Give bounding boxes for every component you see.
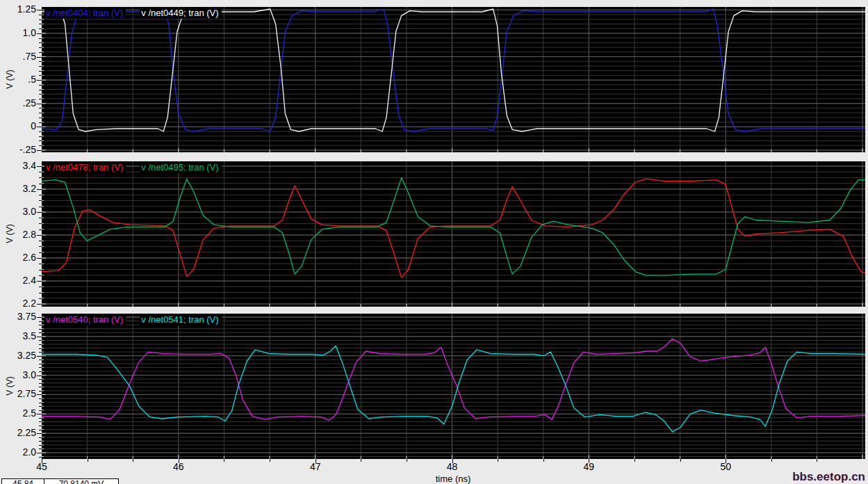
y-minor-tick-mark: [39, 246, 42, 247]
y-tick-label: 3.25: [0, 350, 36, 361]
y-tick-label: 0: [0, 121, 36, 131]
y-minor-tick-mark: [39, 344, 42, 345]
y-tick-label: .25: [0, 98, 36, 108]
waveform-canvas-2[interactable]: [42, 314, 865, 459]
y-minor-tick-mark: [39, 426, 42, 426]
y-minor-tick-mark: [39, 140, 42, 141]
y-tick-mark: [37, 317, 42, 318]
x-tick-label: 49: [573, 462, 604, 472]
y-tick-mark: [37, 376, 42, 376]
legend-gap: [126, 15, 140, 16]
y-minor-tick-mark: [39, 298, 42, 299]
y-minor-tick-mark: [39, 403, 42, 403]
y-tick-mark: [37, 57, 42, 58]
y-minor-tick-mark: [39, 445, 42, 446]
x-minor-tick-mark: [88, 459, 88, 462]
y-minor-tick-mark: [39, 99, 42, 99]
y-tick-label: 3.4: [0, 161, 36, 171]
x-tick-label: 47: [300, 462, 331, 472]
y-minor-tick-mark: [39, 418, 42, 419]
y-minor-tick-mark: [39, 391, 42, 392]
waveform-panel-middle[interactable]: v /net0478; tran (V)v /net0495; tran (V): [42, 161, 865, 307]
y-minor-tick-mark: [39, 61, 42, 62]
y-minor-tick-mark: [39, 229, 42, 230]
trace-net0478[interactable]: [42, 179, 865, 277]
y-minor-tick-mark: [39, 340, 42, 341]
legend-net0495[interactable]: v /net0495; tran (V): [140, 162, 221, 173]
y-tick-label: 3.2: [0, 184, 36, 194]
legend-gap: [126, 322, 140, 323]
y-minor-tick-mark: [39, 379, 42, 380]
y-minor-tick-mark: [39, 38, 42, 39]
y-tick-label: 2.25: [0, 428, 36, 438]
y-minor-tick-mark: [39, 113, 42, 113]
y-tick-mark: [37, 281, 42, 282]
trace-net0495[interactable]: [42, 177, 865, 275]
y-minor-tick-mark: [39, 457, 42, 458]
y-minor-tick-mark: [39, 275, 42, 276]
y-minor-tick-mark: [39, 118, 42, 118]
y-minor-tick-mark: [39, 449, 42, 449]
x-axis-title: time (ns): [418, 474, 488, 484]
y-minor-tick-mark: [39, 42, 42, 43]
waveform-canvas-0[interactable]: [42, 7, 865, 152]
y-tick-label: -.25: [0, 145, 36, 155]
x-tick-label: 50: [710, 462, 741, 472]
y-minor-tick-mark: [39, 321, 42, 322]
y-tick-mark: [37, 235, 42, 236]
y-minor-tick-mark: [39, 241, 42, 241]
y-minor-tick-mark: [39, 367, 42, 368]
y-minor-tick-mark: [39, 136, 42, 137]
waveform-panel-bottom[interactable]: v /net0540; tran (V)v /net0541; tran (V): [42, 314, 865, 459]
y-minor-tick-mark: [39, 15, 42, 15]
legend-net0449[interactable]: v /net0449; tran (V): [140, 8, 221, 19]
x-tick-label: 48: [437, 462, 468, 472]
y-minor-tick-mark: [39, 131, 42, 132]
legend-net0541[interactable]: v /net0541; tran (V): [140, 314, 221, 325]
x-minor-tick-mark: [817, 459, 817, 462]
y-tick-mark: [37, 189, 42, 190]
y-minor-tick-mark: [39, 364, 42, 364]
y-tick-mark: [37, 104, 42, 104]
y-minor-tick-mark: [39, 410, 42, 411]
x-minor-tick-mark: [634, 459, 635, 462]
y-minor-tick-mark: [39, 287, 42, 287]
legend-panel-top: v /net0404; tran (V)v /net0449; tran (V): [44, 8, 222, 18]
trace-net0540[interactable]: [42, 339, 865, 420]
y-minor-tick-mark: [39, 145, 42, 146]
y-minor-tick-mark: [39, 348, 42, 349]
y-minor-tick-mark: [39, 325, 42, 325]
y-minor-tick-mark: [39, 252, 42, 253]
y-minor-tick-mark: [39, 270, 42, 271]
x-minor-tick-mark: [407, 459, 407, 462]
legend-gap: [126, 170, 140, 170]
legend-panel-bottom: v /net0540; tran (V)v /net0541; tran (V): [44, 314, 222, 325]
legend-net0478[interactable]: v /net0478; tran (V): [44, 162, 126, 173]
x-minor-tick-mark: [680, 459, 681, 462]
y-minor-tick-mark: [39, 223, 42, 224]
y-minor-tick-mark: [39, 421, 42, 422]
y-tick-label: 3.0: [0, 370, 36, 380]
y-minor-tick-mark: [39, 52, 42, 53]
y-tick-mark: [37, 10, 42, 10]
x-tick-label: 46: [163, 462, 194, 472]
y-tick-label: 2.5: [0, 408, 36, 419]
y-minor-tick-mark: [39, 387, 42, 387]
y-tick-mark: [37, 258, 42, 259]
legend-net0404[interactable]: v /net0404; tran (V): [44, 8, 126, 19]
trace-net0541[interactable]: [42, 346, 865, 432]
y-tick-mark: [37, 433, 42, 434]
legend-net0540[interactable]: v /net0540; tran (V): [44, 314, 126, 325]
y-tick-label: 3.0: [0, 207, 36, 217]
y-tick-mark: [37, 394, 42, 395]
y-minor-tick-mark: [39, 200, 42, 201]
y-tick-mark: [37, 414, 42, 414]
y-minor-tick-mark: [39, 122, 42, 123]
y-tick-label: 2.75: [0, 389, 36, 399]
y-minor-tick-mark: [39, 383, 42, 384]
waveform-viewer: { "watermark": "bbs.eetop.cn", "status_b…: [0, 0, 868, 484]
waveform-panel-top[interactable]: v /net0404; tran (V)v /net0449; tran (V): [42, 7, 865, 152]
y-tick-mark: [37, 356, 42, 357]
y-tick-mark: [37, 337, 42, 337]
waveform-canvas-1[interactable]: [42, 161, 865, 307]
